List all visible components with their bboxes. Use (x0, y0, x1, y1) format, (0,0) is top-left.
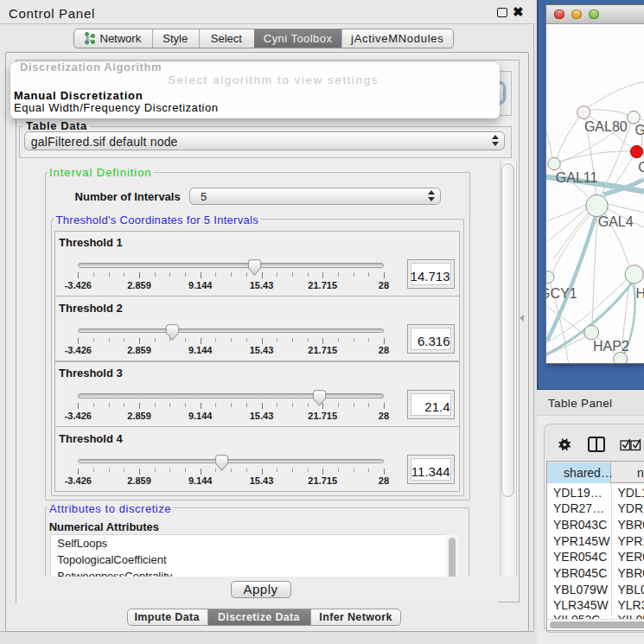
svg-text:HIS4: HIS4 (636, 286, 644, 301)
svg-text:CRM1: CRM1 (638, 160, 644, 175)
svg-text:GAL80: GAL80 (584, 119, 628, 134)
svg-text:GAL11: GAL11 (556, 170, 598, 185)
svg-text:GAL4: GAL4 (598, 214, 634, 229)
svg-text:GCY1: GCY1 (546, 286, 577, 301)
svg-text:GAL2: GAL2 (635, 123, 644, 137)
svg-text:HAP2: HAP2 (593, 339, 629, 354)
